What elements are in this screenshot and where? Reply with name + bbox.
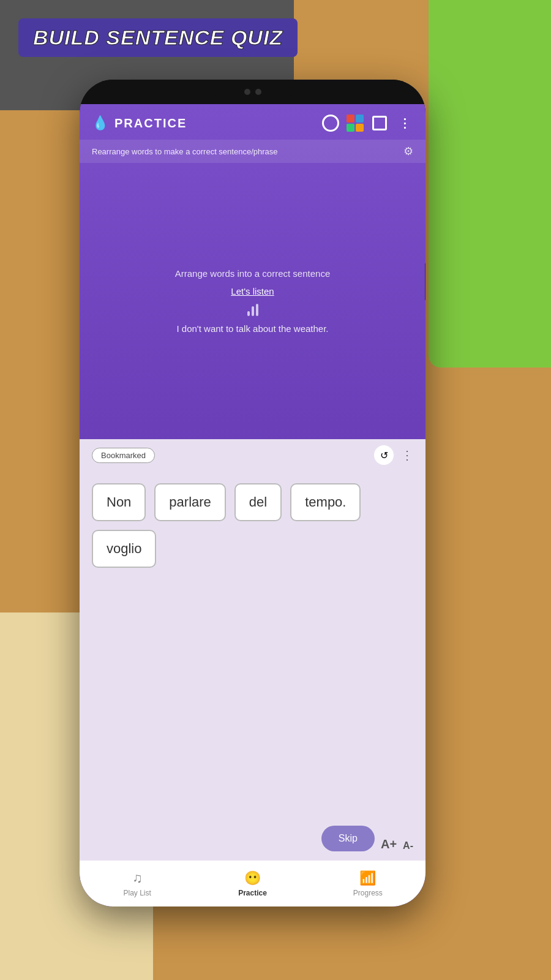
bookmarked-bar: Bookmarked ↺ ⋮ [80,439,425,471]
font-decrease-button[interactable]: A- [403,840,413,851]
puzzle-piece-2 [356,115,364,123]
title-text: BUILD SENTENCE QUIZ [33,26,283,49]
puzzle-piece-1 [347,115,354,123]
nav-item-progress[interactable]: 📶 Progress [310,861,425,907]
phone-frame: 💧 PRACTICE ⋮ [80,80,425,907]
side-button [425,263,425,300]
header-actions: ⋮ [321,114,413,132]
quiz-area: Arrange words into a correct sentence Le… [80,163,425,439]
app-header: 💧 PRACTICE ⋮ [80,104,425,140]
more-menu-button[interactable]: ⋮ [395,114,413,132]
bookmarked-badge[interactable]: Bookmarked [92,448,155,463]
practice-icon: 😶 [244,870,261,886]
title-banner: BUILD SENTENCE QUIZ [18,18,298,57]
refresh-button[interactable]: ↺ [374,445,394,465]
instruction-text: Rearrange words to make a correct senten… [92,147,278,156]
translation-text: I don't want to talk about the weather. [176,323,328,334]
settings-gear-icon[interactable]: ⚙ [403,145,413,158]
header-title: PRACTICE [114,116,315,130]
refresh-icon: ↺ [380,450,388,461]
puzzle-piece-3 [347,124,354,132]
font-increase-button[interactable]: A+ [381,837,397,851]
word-button-voglio[interactable]: voglio [92,530,156,568]
playlist-icon: ♫ [132,870,143,886]
expand-icon [372,116,387,130]
puzzle-button[interactable] [346,114,364,132]
listen-link[interactable]: Let's listen [231,286,274,296]
bookmarked-actions: ↺ ⋮ [374,445,413,465]
audio-bars [247,304,258,316]
progress-label: Progress [353,889,383,897]
notch [213,85,293,99]
puzzle-piece-4 [356,124,364,132]
word-button-non[interactable]: Non [92,483,146,521]
playlist-label: Play List [123,889,151,897]
nav-item-playlist[interactable]: ♫ Play List [80,861,195,907]
bottom-action-area: Skip A+ A- [80,594,425,861]
camera-dot [244,89,250,95]
nav-item-practice[interactable]: 😶 Practice [195,861,310,907]
circle-button[interactable] [321,114,340,132]
audio-bar-2 [252,306,254,316]
word-button-del[interactable]: del [234,483,282,521]
vertical-dots-icon: ⋮ [399,116,410,130]
camera-dot-2 [255,89,261,95]
practice-label: Practice [238,889,267,897]
audio-bar-1 [247,311,250,316]
skip-button[interactable]: Skip [321,826,375,851]
word-button-tempo[interactable]: tempo. [290,483,361,521]
circle-icon [322,115,339,132]
word-button-parlare[interactable]: parlare [154,483,225,521]
arrange-instruction: Arrange words into a correct sentence [175,268,330,279]
progress-icon: 📶 [359,870,376,886]
expand-button[interactable] [370,114,389,132]
audio-bar-3 [256,304,258,316]
puzzle-icon [347,115,364,132]
bottom-navigation: ♫ Play List 😶 Practice 📶 Progress [80,861,425,907]
phone-top [80,80,425,104]
instruction-bar: Rearrange words to make a correct senten… [80,140,425,163]
app-logo-icon: 💧 [92,115,108,131]
more-options-icon[interactable]: ⋮ [401,448,413,462]
green-notebook-decoration [429,0,551,368]
words-area: Non parlare del tempo. voglio [80,471,425,594]
phone-screen: 💧 PRACTICE ⋮ [80,104,425,907]
